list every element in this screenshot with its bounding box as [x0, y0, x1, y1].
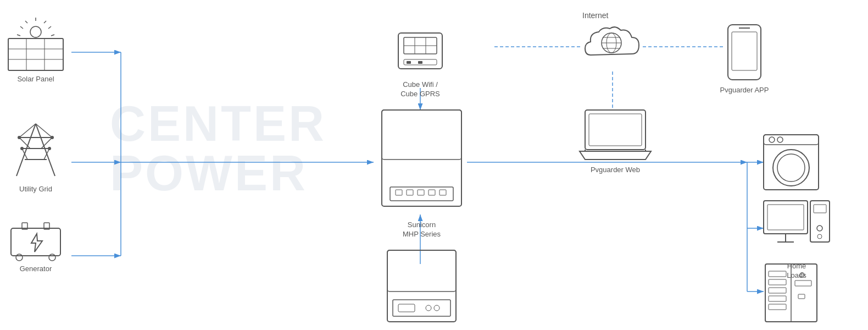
- internet-label: Internet: [582, 11, 608, 20]
- cloud-icon: [580, 22, 646, 66]
- svg-rect-70: [407, 61, 411, 64]
- battery-node: [382, 248, 461, 327]
- svg-point-24: [30, 26, 41, 37]
- svg-rect-45: [11, 228, 60, 256]
- svg-line-22: [51, 35, 54, 36]
- svg-line-19: [48, 26, 51, 29]
- svg-rect-101: [769, 271, 786, 277]
- cloud-node: [580, 22, 646, 66]
- watermark: CENTER POWER: [110, 99, 326, 198]
- washing-machine-node: [761, 132, 821, 193]
- generator-node: Generator: [8, 220, 63, 274]
- svg-point-108: [800, 273, 804, 277]
- svg-point-87: [769, 137, 775, 142]
- svg-rect-82: [732, 32, 757, 70]
- pvguarder-web-label: Pvguarder Web: [591, 166, 640, 175]
- svg-point-98: [817, 234, 822, 239]
- svg-rect-86: [764, 135, 819, 145]
- svg-line-20: [25, 21, 27, 23]
- svg-line-18: [44, 21, 46, 23]
- svg-rect-92: [767, 205, 804, 230]
- svg-rect-55: [418, 190, 424, 195]
- svg-rect-61: [398, 304, 415, 312]
- svg-rect-57: [439, 190, 446, 195]
- solar-panel-icon: [5, 16, 66, 72]
- svg-point-62: [426, 305, 431, 311]
- svg-point-48: [16, 254, 23, 261]
- svg-point-88: [777, 137, 783, 142]
- battery-icon: [382, 248, 461, 327]
- solar-panel-label: Solar Panel: [17, 75, 54, 84]
- pvguarder-app-label: Pvguarder APP: [720, 86, 769, 95]
- inverter-label: Sunicorn MHP Series: [403, 221, 441, 239]
- svg-rect-103: [769, 288, 786, 293]
- svg-point-97: [817, 226, 822, 231]
- cube-wifi-node: Cube Wifi / Cube GPRS: [387, 22, 453, 99]
- svg-rect-107: [798, 294, 805, 299]
- utility-grid-label: Utility Grid: [19, 185, 52, 194]
- svg-rect-56: [429, 190, 435, 195]
- generator-icon: [8, 220, 63, 261]
- diagram-container: CENTER POWER: [0, 0, 868, 330]
- svg-rect-105: [769, 304, 786, 310]
- pvguarder-web-node: Pvguarder Web: [577, 107, 654, 175]
- laptop-icon: [577, 107, 654, 162]
- svg-rect-78: [589, 114, 642, 146]
- svg-rect-81: [728, 25, 761, 80]
- utility-grid-icon: [5, 121, 66, 182]
- utility-grid-node: Utility Grid: [5, 121, 66, 194]
- inverter-node: Sunicorn MHP Series: [376, 107, 467, 239]
- svg-point-42: [51, 136, 54, 139]
- cube-wifi-icon: [387, 22, 453, 77]
- svg-rect-77: [585, 110, 646, 150]
- svg-point-49: [49, 254, 55, 261]
- pvguarder-app-node: Pvguarder APP: [720, 22, 769, 95]
- svg-point-44: [48, 147, 51, 150]
- svg-point-41: [18, 136, 21, 139]
- svg-rect-95: [810, 201, 830, 242]
- svg-point-90: [777, 154, 805, 182]
- phone-icon: [720, 22, 769, 82]
- svg-rect-52: [390, 187, 453, 201]
- svg-rect-51: [382, 110, 461, 160]
- svg-rect-58: [387, 250, 456, 322]
- washing-machine-icon: [761, 132, 821, 193]
- svg-rect-102: [769, 279, 786, 285]
- svg-rect-25: [8, 38, 63, 70]
- svg-point-89: [773, 150, 809, 186]
- svg-rect-53: [396, 190, 402, 195]
- inverter-icon: [376, 107, 467, 217]
- generator-label: Generator: [20, 265, 52, 274]
- svg-rect-60: [393, 300, 450, 316]
- svg-rect-50: [382, 110, 461, 206]
- svg-rect-91: [764, 201, 808, 234]
- svg-rect-104: [769, 296, 786, 301]
- svg-rect-106: [795, 280, 811, 286]
- computer-icon: [761, 198, 832, 258]
- svg-rect-96: [814, 205, 826, 213]
- solar-panel-node: Solar Panel: [5, 16, 66, 84]
- svg-point-43: [20, 147, 24, 150]
- cube-wifi-label: Cube Wifi / Cube GPRS: [400, 80, 440, 99]
- svg-rect-59: [387, 250, 456, 292]
- svg-point-63: [434, 305, 439, 311]
- distribution-panel-node: [761, 261, 821, 324]
- svg-rect-54: [407, 190, 413, 195]
- svg-line-21: [20, 26, 23, 29]
- svg-rect-71: [418, 61, 422, 64]
- svg-line-23: [17, 35, 20, 36]
- distribution-panel-icon: [761, 261, 821, 324]
